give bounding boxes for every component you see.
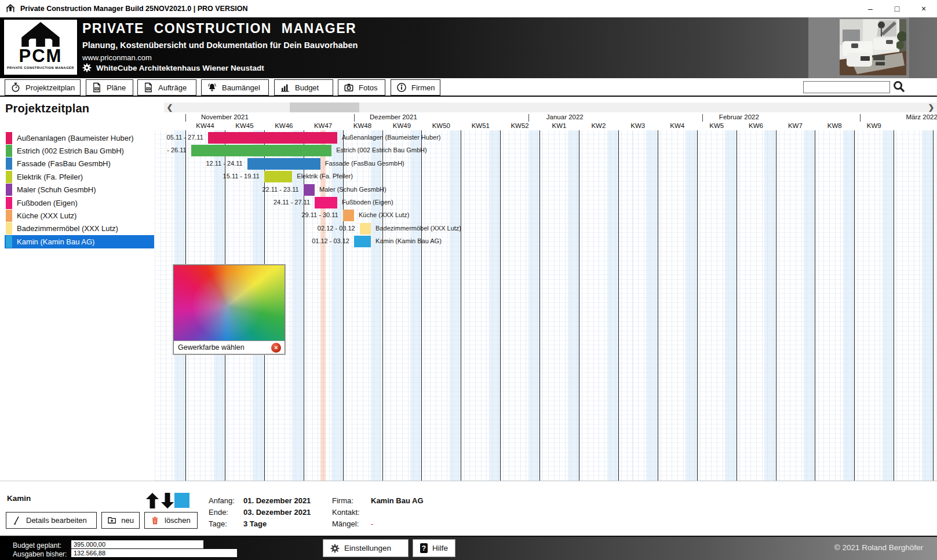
selected-task-title: Kamin — [7, 494, 31, 503]
weekend-band — [646, 130, 657, 481]
maximize-button[interactable]: □ — [884, 0, 910, 17]
tasklist-item[interactable]: Maler (Schuh GesmbH) — [5, 184, 154, 196]
budget-geplant-input[interactable] — [71, 540, 203, 548]
tab-fotos[interactable]: Fotos — [338, 79, 385, 96]
week-gridline — [579, 130, 579, 481]
tasklist-item[interactable]: Kamin (Kamin Bau AG) — [5, 235, 154, 248]
scroll-right-icon[interactable]: ❯ — [927, 103, 936, 112]
firma-value: Kamin Bau AG — [371, 496, 424, 505]
close-icon[interactable]: × — [271, 343, 281, 353]
gantt-bar[interactable] — [354, 236, 371, 247]
scrollbar-thumb[interactable] — [290, 103, 359, 112]
month-separator — [185, 114, 186, 122]
close-button[interactable]: × — [910, 0, 937, 17]
week-gridline — [343, 130, 344, 481]
weekend-band — [568, 130, 579, 481]
house-arrow-icon — [18, 21, 63, 47]
move-down-icon[interactable] — [161, 493, 174, 508]
move-up-icon[interactable] — [146, 493, 159, 508]
timeline-month-row: November 2021Dezember 2021Januar 2022Feb… — [0, 114, 937, 122]
weekend-band — [371, 130, 382, 481]
search-input[interactable] — [803, 81, 890, 93]
anfang-label: Anfang: — [209, 496, 235, 505]
tasklist-item-label: Maler (Schuh GesmbH) — [17, 185, 96, 194]
timeline-scrollbar[interactable]: ❮ ❯ — [164, 103, 937, 112]
button-label: löschen — [165, 516, 191, 525]
trade-list: Außenanlagen (Baumeister Huber)Estrich (… — [5, 131, 154, 248]
color-gradient-field[interactable] — [174, 265, 285, 341]
tab-budget[interactable]: Budget — [274, 79, 333, 96]
logo-caption: PRIVATE CONSTRUCTION MANAGER — [7, 66, 74, 69]
gantt-date-range: 05.11 - 27.11 — [155, 134, 203, 141]
timeline-week-label: KW47 — [314, 122, 332, 129]
timeline-week-label: KW51 — [472, 122, 490, 129]
camera-icon — [344, 82, 354, 93]
gantt-date-range: - 26.11 — [155, 147, 187, 153]
minimize-button[interactable]: – — [857, 0, 884, 17]
window-title: Private Construction Manager Build 25NOV… — [20, 5, 248, 13]
gantt-bar[interactable] — [360, 223, 371, 235]
trash-icon — [150, 515, 160, 525]
gantt-bar-label: Außenanlagen (Baumeister Huber) — [342, 134, 441, 141]
gantt-bar[interactable] — [208, 132, 337, 144]
living-room-photo — [840, 19, 906, 75]
tab-plaene[interactable]: PDF Pläne — [86, 79, 133, 96]
tasklist-item[interactable]: Badezimmermöbel (XXX Lutz) — [5, 222, 154, 235]
week-gridline — [815, 130, 815, 481]
new-task-button[interactable]: neu — [101, 512, 140, 529]
pdf-icon: PDF — [92, 82, 102, 93]
tab-auftraege[interactable]: PDF Aufträge — [137, 79, 196, 96]
gantt-bar[interactable] — [247, 158, 320, 170]
weekend-band — [843, 130, 854, 481]
button-label: Hilfe — [432, 544, 448, 552]
gantt-date-range: 22.11 - 23.11 — [155, 186, 299, 193]
tasklist-item[interactable]: Estrich (002 Estrich Bau GmbH) — [5, 144, 154, 157]
week-gridline — [304, 130, 304, 481]
gantt-date-range: 02.12 - 03.12 — [155, 225, 355, 232]
timeline-month-label: Januar 2022 — [546, 114, 584, 120]
tab-projektzeitplan[interactable]: Projektzeitplan — [5, 79, 81, 96]
tab-label: Budget — [295, 83, 319, 92]
button-label: Details bearbeiten — [26, 516, 87, 525]
tab-baumaengel[interactable]: Baumängel — [201, 79, 269, 96]
tasklist-item-label: Badezimmermöbel (XXX Lutz) — [17, 224, 118, 233]
website-link[interactable]: www.priconman.com — [82, 53, 358, 62]
weekend-band — [922, 130, 933, 481]
scroll-left-icon[interactable]: ❮ — [165, 103, 174, 112]
tasklist-item[interactable]: Außenanlagen (Baumeister Huber) — [5, 131, 154, 144]
gantt-bar-label: Badezimmermöbel (XXX Lutz) — [375, 225, 461, 232]
delete-task-button[interactable]: löschen — [144, 512, 198, 529]
stopwatch-icon — [10, 82, 21, 93]
month-separator — [354, 114, 355, 122]
edit-details-button[interactable]: Details bearbeiten — [6, 512, 97, 529]
search-icon[interactable] — [892, 80, 906, 93]
tasklist-item[interactable]: Fußboden (Eigen) — [5, 196, 154, 209]
tab-label: Baumängel — [222, 83, 260, 92]
gantt-bar[interactable] — [191, 145, 332, 156]
tage-label: Tage: — [209, 519, 227, 528]
gantt-bar[interactable] — [343, 210, 354, 221]
gantt-bar[interactable] — [304, 184, 315, 196]
footer-bar: Budget geplant: Ausgaben bisher: E — [0, 536, 937, 560]
tasklist-item[interactable]: Fassade (FasBau GesmbH) — [5, 158, 154, 170]
gantt-bar[interactable] — [315, 197, 337, 208]
ende-value: 03. Dezember 2021 — [243, 508, 311, 517]
trade-color-swatch — [6, 158, 12, 170]
gantt-bar-label: Maler (Schuh GesmbH) — [319, 186, 387, 193]
tab-firmen[interactable]: Firmen — [391, 79, 440, 96]
trade-color-swatch[interactable] — [174, 493, 189, 508]
main-toolbar: Projektzeitplan PDF Pläne PDF Aufträge — [0, 78, 937, 97]
week-gridline — [500, 130, 501, 481]
ausgaben-bisher-input[interactable] — [71, 549, 237, 557]
help-button[interactable]: ? Hilfe — [413, 539, 455, 557]
timeline-week-label: KW7 — [788, 122, 803, 129]
tasklist-item[interactable]: Elektrik (Fa. Pfeiler) — [5, 170, 154, 183]
gantt-bar[interactable] — [264, 171, 293, 182]
tasklist-item[interactable]: Küche (XXX Lutz) — [5, 209, 154, 222]
settings-button[interactable]: Einstellungen — [323, 539, 409, 557]
application-window: Private Construction Manager Build 25NOV… — [0, 0, 937, 560]
tasklist-item-label: Kamin (Kamin Bau AG) — [17, 237, 94, 246]
gantt-bar-label: Kamin (Kamin Bau AG) — [375, 237, 442, 244]
weekend-band — [450, 130, 461, 481]
svg-text:PDF: PDF — [147, 88, 151, 90]
